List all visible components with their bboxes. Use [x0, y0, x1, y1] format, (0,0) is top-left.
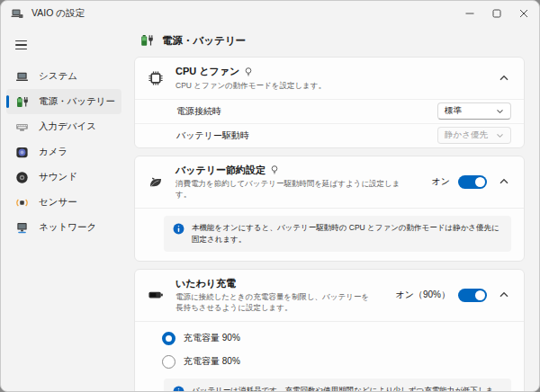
sidebar-item-system[interactable]: システム	[6, 64, 122, 89]
chevron-down-icon	[496, 133, 504, 138]
minimize-icon	[465, 9, 474, 18]
battery-care-info: バッテリーは消耗品です。充電回数や使用期間などにより少しずつ充電能力が低下します…	[164, 379, 511, 392]
battery-power-label: バッテリー駆動時	[176, 129, 249, 142]
maximize-icon	[492, 9, 501, 18]
cpu-chip-icon	[148, 70, 164, 86]
menu-button[interactable]	[9, 33, 36, 57]
battery-care-card: いたわり充電 電源に接続したときの充電容量を制限し、バッテリーを長持ちさせるよう…	[134, 269, 525, 392]
battery-saver-collapse-button[interactable]	[495, 173, 513, 191]
battery-power-icon	[140, 33, 154, 48]
sidebar-item-label: 入力デバイス	[39, 120, 96, 133]
battery-saver-subtitle: 消費電力を節約してバッテリー駆動時間を延ばすように設定します。	[176, 179, 413, 200]
battery-power-mode-value: 静かさ優先	[445, 129, 488, 141]
ac-power-row: 電源接続時 標準	[135, 99, 524, 123]
chevron-up-icon	[499, 291, 509, 298]
sidebar-item-network[interactable]: ネットワーク	[6, 215, 122, 240]
ac-power-label: 電源接続時	[176, 105, 221, 118]
battery-care-info-text: バッテリーは消耗品です。充電回数や使用期間などにより少しずつ充電能力が低下します…	[192, 385, 502, 392]
page-title: 電源・バッテリー	[162, 34, 246, 48]
main-content: 電源・バッテリー CPU とファン	[127, 26, 539, 392]
charge-90-label: 充電容量 90%	[184, 332, 240, 344]
battery-saver-header[interactable]: バッテリー節約設定 消費電力を節約してバッテリー駆動時間を延ばすように設定します…	[135, 156, 524, 209]
sidebar-item-sound[interactable]: サウンド	[6, 165, 122, 190]
chevron-down-icon	[496, 109, 504, 114]
battery-care-toggle-label: オン（90%）	[396, 289, 450, 301]
battery-saver-card: バッテリー節約設定 消費電力を節約してバッテリー駆動時間を延ばすように設定します…	[134, 156, 525, 262]
minimize-button[interactable]	[456, 1, 483, 26]
battery-care-collapse-button[interactable]	[495, 286, 513, 304]
window-title: VAIO の設定	[32, 7, 85, 20]
info-icon	[173, 386, 184, 392]
battery-care-toggle[interactable]	[458, 289, 487, 302]
battery-saver-info: 本機能をオンにすると、バッテリー駆動時の CPU とファンの動作モードは静かさ優…	[164, 216, 511, 252]
battery-power-mode-select: 静かさ優先	[437, 127, 511, 144]
page-header: 電源・バッテリー	[140, 33, 525, 48]
sidebar-item-label: サウンド	[39, 171, 77, 183]
cpu-fan-subtitle: CPU とファンの動作モードを設定します。	[176, 81, 476, 92]
chevron-up-icon	[499, 178, 509, 185]
lightbulb-icon[interactable]	[270, 165, 279, 175]
battery-care-subtitle: 電源に接続したときの充電容量を制限し、バッテリーを長持ちさせるように設定します。	[176, 292, 377, 314]
keyboard-icon	[15, 120, 29, 134]
window-controls	[456, 1, 537, 26]
cpu-fan-title: CPU とファン	[176, 65, 239, 78]
charge-80-radio[interactable]	[162, 355, 176, 369]
battery-saver-toggle-label: オン	[432, 175, 450, 188]
battery-saver-toggle[interactable]	[458, 175, 487, 189]
charge-90-radio-row[interactable]: 充電容量 90%	[135, 326, 524, 350]
lightbulb-icon[interactable]	[244, 67, 253, 77]
battery-saver-title: バッテリー節約設定	[176, 164, 266, 177]
sidebar-item-input-devices[interactable]: 入力デバイス	[6, 114, 122, 139]
battery-saver-info-text: 本機能をオンにすると、バッテリー駆動時の CPU とファンの動作モードは静かさ優…	[192, 222, 502, 245]
sidebar-item-label: センサー	[39, 196, 77, 209]
close-button[interactable]	[510, 1, 537, 26]
cpu-fan-header[interactable]: CPU とファン CPU とファンの動作モードを設定します。	[135, 58, 524, 99]
battery-power-icon	[15, 95, 29, 109]
battery-icon	[148, 287, 164, 303]
sidebar-item-label: システム	[39, 70, 77, 83]
battery-saver-leaf-icon	[148, 174, 164, 190]
sidebar-item-sensor[interactable]: センサー	[6, 190, 122, 215]
ac-power-mode-select[interactable]: 標準	[437, 102, 511, 120]
chevron-up-icon	[499, 75, 509, 82]
info-icon	[173, 223, 184, 235]
cpu-fan-collapse-button[interactable]	[495, 69, 513, 87]
ac-power-mode-value: 標準	[445, 105, 462, 117]
camera-icon	[15, 146, 29, 159]
sidebar-item-camera[interactable]: カメラ	[6, 139, 122, 165]
sidebar-item-power-battery[interactable]: 電源・バッテリー	[6, 89, 122, 114]
sidebar-item-label: カメラ	[39, 146, 68, 158]
sidebar: システム 電源・バッテリー	[1, 26, 127, 392]
battery-power-row: バッテリー駆動時 静かさ優先	[135, 123, 524, 147]
maximize-button[interactable]	[483, 1, 510, 26]
cpu-fan-card: CPU とファン CPU とファンの動作モードを設定します。	[134, 57, 525, 148]
charge-90-radio[interactable]	[162, 332, 176, 345]
sensor-icon	[15, 196, 29, 209]
sidebar-item-label: 電源・バッテリー	[39, 95, 115, 108]
battery-care-title: いたわり充電	[176, 277, 236, 290]
titlebar: VAIO の設定	[1, 1, 539, 26]
vaio-settings-window: VAIO の設定 システム	[0, 0, 540, 392]
battery-care-header[interactable]: いたわり充電 電源に接続したときの充電容量を制限し、バッテリーを長持ちさせるよう…	[135, 270, 524, 322]
close-icon	[519, 9, 528, 18]
app-icon	[11, 7, 23, 20]
speaker-icon	[15, 171, 29, 184]
network-icon	[15, 221, 29, 235]
laptop-icon	[15, 70, 29, 84]
charge-80-label: 充電容量 80%	[184, 355, 240, 368]
charge-80-radio-row[interactable]: 充電容量 80%	[135, 350, 524, 373]
sidebar-item-label: ネットワーク	[39, 221, 96, 234]
